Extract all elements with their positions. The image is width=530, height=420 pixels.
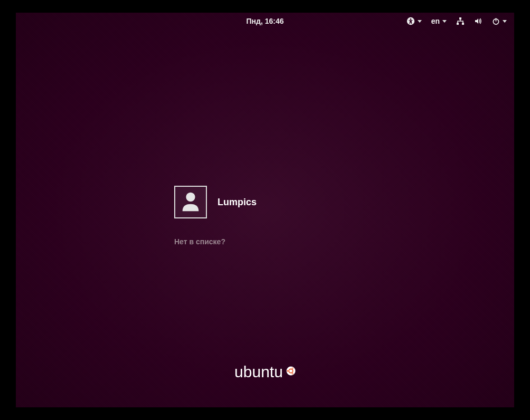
power-menu[interactable] [492, 17, 507, 25]
chevron-down-icon [503, 20, 507, 23]
svg-rect-4 [462, 23, 464, 25]
user-name-label: Lumpics [217, 197, 257, 208]
avatar [174, 186, 207, 218]
language-label: en [431, 17, 440, 25]
top-bar: Пнд, 16:46 en [16, 13, 514, 30]
clock[interactable]: Пнд, 16:46 [247, 17, 284, 25]
svg-point-7 [186, 193, 195, 202]
network-menu[interactable] [456, 17, 465, 25]
chevron-down-icon [418, 20, 422, 23]
svg-rect-2 [459, 17, 461, 20]
power-icon [492, 17, 500, 25]
svg-rect-13 [288, 370, 289, 371]
login-screen: Пнд, 16:46 en [16, 13, 514, 407]
network-icon [456, 17, 465, 25]
ubuntu-logo-icon [286, 366, 296, 378]
footer-brand: ubuntu [234, 363, 296, 381]
chevron-down-icon [442, 20, 447, 23]
svg-rect-3 [457, 23, 459, 25]
volume-menu[interactable] [474, 17, 482, 25]
user-icon [178, 189, 203, 215]
status-area: en [406, 13, 507, 30]
language-menu[interactable]: en [431, 17, 447, 25]
user-list: Lumpics Нет в списке? [174, 186, 257, 246]
not-listed-link[interactable]: Нет в списке? [174, 237, 257, 246]
svg-point-1 [410, 18, 411, 20]
brand-text: ubuntu [234, 363, 283, 381]
user-entry[interactable]: Lumpics [174, 186, 257, 218]
accessibility-menu[interactable] [406, 17, 422, 25]
accessibility-icon [406, 17, 415, 25]
volume-icon [474, 17, 482, 25]
